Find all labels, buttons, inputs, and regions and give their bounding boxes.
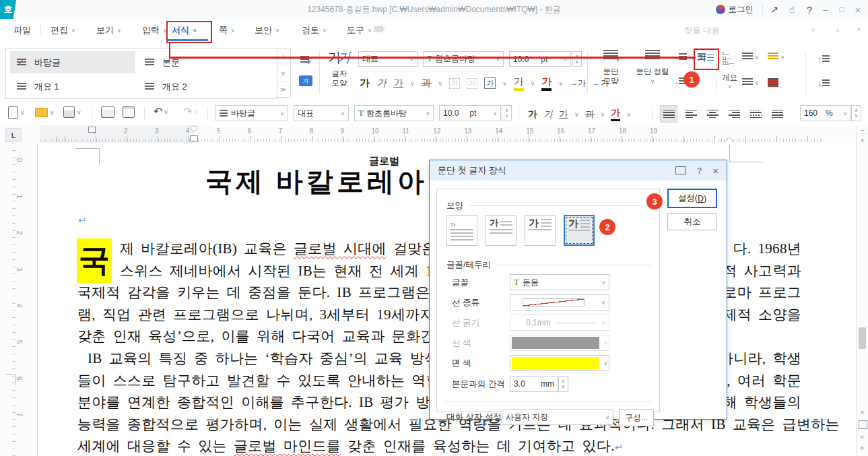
open-button[interactable]: ∨ [35,108,55,117]
maximize-button[interactable]: □ [834,2,849,17]
menu-item-1[interactable]: 편집∨ [51,24,75,36]
vertical-scrollbar[interactable]: – ∧ ∨ « » [856,125,868,456]
highlight-dropdown-icon[interactable]: ∨ [531,80,535,87]
hand-pointer-icon[interactable]: ☝ [784,2,799,17]
underline-button[interactable]: 가 [393,77,403,90]
undo-button[interactable]: ↶∨ [154,105,168,118]
para-align-button[interactable]: 문단 정렬∨ [636,48,669,97]
bullet-list-button[interactable]: ∨ [742,53,760,61]
ribbon-size-combo[interactable]: 10.0pt∨ [509,51,571,67]
highlight-button[interactable]: 가 [514,75,524,91]
new-document-button[interactable]: ∨ [8,106,25,119]
toolbar-underline-dropdown-icon[interactable]: ∨ [574,111,579,118]
style-item-1[interactable]: 본문 [138,51,263,73]
super-sub-icon2[interactable]: 가 [467,78,477,89]
minimize-button[interactable]: – [818,2,833,17]
scroll-up-icon[interactable]: ∧ [857,134,868,146]
font-color-button[interactable]: 가 [541,75,552,91]
redo-button[interactable]: ↷∨ [183,105,198,118]
toolbar-strike-dropdown-icon[interactable]: ∨ [601,111,605,118]
outline-button[interactable]: 개요∨ [722,73,737,90]
spacing-spinner[interactable]: ∧∨ [558,376,568,392]
style-gallery-more-icon[interactable]: ≫ [276,82,290,97]
line-color-combo[interactable]: ∨ [510,335,609,351]
quick-menu-icon[interactable] [374,24,385,34]
next-page-icon[interactable]: » [858,443,867,454]
shape-option-3line[interactable]: 가 [525,215,556,246]
vertical-ruler[interactable]: 01234567 [0,143,32,456]
sort-descending-button[interactable]: ↓ [817,78,830,88]
menu-item-3[interactable]: 입력∨ [142,24,167,36]
toolbar-style-combo[interactable]: 바탕글∨ [215,105,288,121]
super-sub-icon[interactable]: 가 [449,78,460,89]
right-indent-marker[interactable] [725,133,733,143]
zoom-combo[interactable]: 160%∨ [800,105,851,121]
line-type-combo[interactable]: ∨ [510,294,609,311]
ruler-toggle-icon[interactable]: – [857,125,868,134]
sort-ascending-button[interactable]: ↑ [817,54,830,64]
align-distribute-button[interactable] [747,106,764,122]
char-border-dropdown-icon[interactable]: ∨ [502,80,507,87]
menu-item-7[interactable]: 검토∨ [302,24,327,36]
align-justify-button[interactable] [660,105,677,123]
horizontal-ruler[interactable]: L 12345678910111213141516171819 [0,125,856,143]
toolbar-font-combo[interactable]: T함초롬바탕∨ [354,105,434,121]
align-center-button[interactable] [704,106,721,122]
ribbon-font-combo[interactable]: T함초롬바탕∨ [423,51,504,67]
toolbar-strike-button[interactable]: 과 [585,108,595,121]
left-margin-marker[interactable] [190,135,198,141]
find-prev-icon[interactable]: ∧ [835,27,840,34]
dialog-font-combo[interactable]: T돋움∨ [510,274,609,290]
style-scroll-down-icon[interactable]: ∨ [276,65,290,82]
toolbar-size-combo[interactable]: 10.0pt∨ [439,105,501,121]
save-button[interactable]: ∨ [63,106,81,118]
menu-item-6[interactable]: 보안∨ [255,24,279,36]
spacing-input[interactable]: 3.0mm [510,376,558,392]
style-item-3[interactable]: 개요 2 [138,75,263,98]
scrollbar-thumb[interactable] [859,327,866,349]
toolbar-size-spinner[interactable]: ∧∨ [502,105,512,121]
style-gallery-button[interactable]: 가 [299,75,312,86]
print-preview-button[interactable] [123,106,135,118]
para-shape-button[interactable]: ✓ 문단 모양 [595,48,626,97]
toolbar-italic-button[interactable]: 가 [543,108,553,121]
previous-page-icon[interactable]: « [858,432,867,443]
toolbar-font-color-dropdown-icon[interactable]: ∨ [626,111,631,118]
close-button[interactable]: × [850,2,865,17]
menu-item-5[interactable]: 쪽∨ [219,24,235,36]
first-line-indent-marker[interactable] [88,127,96,133]
multilevel-list-button[interactable]: 1—11—111— [722,51,734,65]
menu-item-2[interactable]: 보기∨ [96,24,121,36]
char-border-button[interactable]: 가 [484,77,496,89]
dialog-close-icon[interactable]: × [712,165,719,176]
line-width-combo[interactable]: 0.1mm∨ [510,315,609,331]
dialog-help-icon[interactable]: ? [697,166,702,176]
shape-option-2line[interactable]: 가 [486,215,516,246]
ok-button[interactable]: 설정(D) [667,189,717,208]
find-next-icon[interactable]: ∨ [811,27,815,34]
toolbar-font-color-button[interactable]: 가 [611,107,620,121]
toolbar-bold-button[interactable]: 가 [528,108,537,121]
dialog-settings-combo[interactable]: 사용자 지정∨ [502,409,613,425]
help-icon[interactable]: ? [802,2,817,17]
italic-button[interactable]: 가 [376,77,387,90]
zoom-spinner[interactable]: ∧∨ [851,105,861,121]
scroll-down-icon[interactable]: ∨ [857,407,868,418]
bold-button[interactable]: 가 [360,77,370,90]
ribbon-style-type-combo[interactable]: 대표∨ [358,51,418,67]
font-color-dropdown-icon[interactable]: ∨ [558,80,563,87]
menu-item-8[interactable]: 도구∨ [347,24,372,36]
cancel-button[interactable]: 취소 [667,213,717,230]
shape-option-none[interactable]: 가 [446,215,477,246]
page-view-icon[interactable] [859,420,867,429]
toolbar-rep-combo[interactable]: 대표∨ [294,105,349,121]
numbered-list-button[interactable]: ∨ [742,78,760,87]
style-add-button[interactable]: + [298,51,314,67]
face-color-combo[interactable]: ∨ [510,355,609,371]
dialog-title-bar[interactable]: 문단 첫 글자 장식 ? × [430,160,727,181]
fullscreen-icon[interactable]: ↗ [767,2,782,17]
strikethrough-button[interactable]: 과 [422,77,432,90]
underline-dropdown-icon[interactable]: ∨ [410,80,415,87]
ribbon-size-spinner[interactable]: ∧∨ [572,51,582,67]
align-right-button[interactable] [726,106,742,122]
